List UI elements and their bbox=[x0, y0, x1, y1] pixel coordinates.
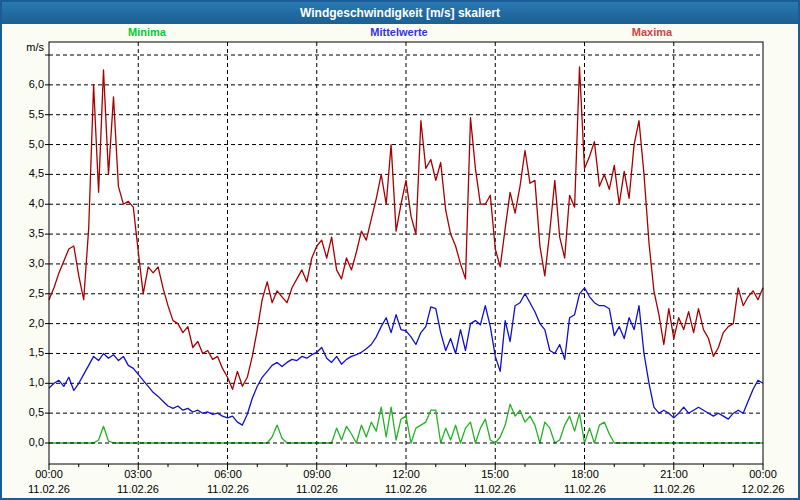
x-axis-time-label: 12:00 bbox=[374, 468, 438, 480]
x-axis-date-label: 12.02.26 bbox=[731, 483, 795, 495]
app-window: Windgeschwindigkeit [m/s] skaliert m/s 6… bbox=[0, 0, 800, 500]
x-axis-date-label: 11.02.26 bbox=[17, 483, 81, 495]
legend-item-mittelwerte: Mittelwerte bbox=[354, 26, 444, 38]
x-axis-time-label: 18:00 bbox=[553, 468, 617, 480]
x-axis-date-label: 11.02.26 bbox=[463, 483, 527, 495]
x-axis-time-label: 03:00 bbox=[106, 468, 170, 480]
y-axis-tick-label: 4,5 bbox=[2, 167, 44, 179]
x-axis-date-label: 11.02.26 bbox=[106, 483, 170, 495]
x-axis-time-label: 21:00 bbox=[642, 468, 706, 480]
x-axis-time-label: 06:00 bbox=[196, 468, 260, 480]
legend-item-minima: Minima bbox=[102, 26, 192, 38]
x-axis-time-label: 09:00 bbox=[285, 468, 349, 480]
y-axis-tick-label: 5,5 bbox=[2, 108, 44, 120]
y-axis-tick-label: 1,5 bbox=[2, 346, 44, 358]
y-axis-tick-label: 1,0 bbox=[2, 376, 44, 388]
y-axis-tick-label: 2,5 bbox=[2, 287, 44, 299]
y-axis-unit-label: m/s bbox=[2, 41, 44, 53]
y-axis-tick-label: 4,0 bbox=[2, 197, 44, 209]
y-axis-tick-label: 5,0 bbox=[2, 138, 44, 150]
x-axis-time-label: 15:00 bbox=[463, 468, 527, 480]
x-axis-time-label: 00:00 bbox=[17, 468, 81, 480]
y-axis-tick-label: 0,0 bbox=[2, 436, 44, 448]
y-axis-tick-label: 3,5 bbox=[2, 227, 44, 239]
legend-item-maxima: Maxima bbox=[607, 26, 697, 38]
x-axis-date-label: 11.02.26 bbox=[196, 483, 260, 495]
y-axis-tick-label: 2,0 bbox=[2, 317, 44, 329]
x-axis-date-label: 11.02.26 bbox=[374, 483, 438, 495]
x-axis-time-label: 00:00 bbox=[731, 468, 795, 480]
x-axis-date-label: 11.02.26 bbox=[553, 483, 617, 495]
y-axis-tick-label: 0,5 bbox=[2, 406, 44, 418]
y-axis-tick-label: 3,0 bbox=[2, 257, 44, 269]
y-axis-tick-label: 6,0 bbox=[2, 78, 44, 90]
x-axis-date-label: 11.02.26 bbox=[642, 483, 706, 495]
wind-speed-chart bbox=[2, 2, 800, 500]
x-axis-date-label: 11.02.26 bbox=[285, 483, 349, 495]
